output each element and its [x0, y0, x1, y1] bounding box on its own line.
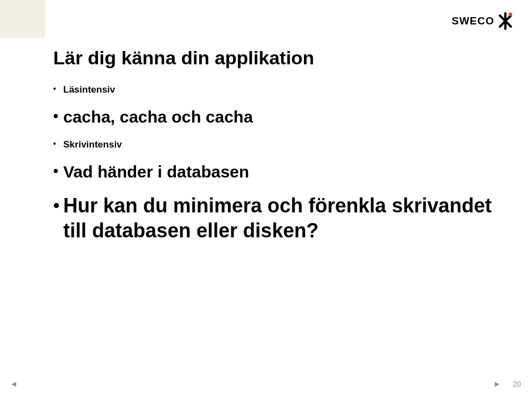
logo-text: SWECO	[452, 15, 494, 27]
logo: SWECO	[452, 12, 514, 30]
logo-mark-icon	[496, 12, 514, 30]
slide: SWECO Lär dig känna din applikation Läsi…	[0, 0, 532, 396]
content-area: Lär dig känna din applikation Läsintensi…	[53, 47, 499, 243]
footer: ◄ ► 20	[0, 377, 532, 388]
bullet-item: Hur kan du minimera och förenkla skrivan…	[53, 193, 499, 243]
nav-next-icon[interactable]: ►	[493, 379, 501, 388]
svg-point-3	[509, 13, 512, 16]
slide-title: Lär dig känna din applikation	[53, 47, 499, 69]
bullet-item: Skrivintensiv	[53, 139, 499, 150]
bullet-item: Vad händer i databasen	[53, 161, 499, 182]
side-band	[0, 0, 45, 38]
bullet-item: cacha, cacha och cacha	[53, 106, 499, 128]
bullet-item: Läsintensiv	[53, 84, 499, 95]
nav-prev-icon[interactable]: ◄	[10, 379, 18, 388]
bullet-list: Läsintensiv cacha, cacha och cacha Skriv…	[53, 84, 499, 243]
page-number: 20	[513, 380, 521, 388]
